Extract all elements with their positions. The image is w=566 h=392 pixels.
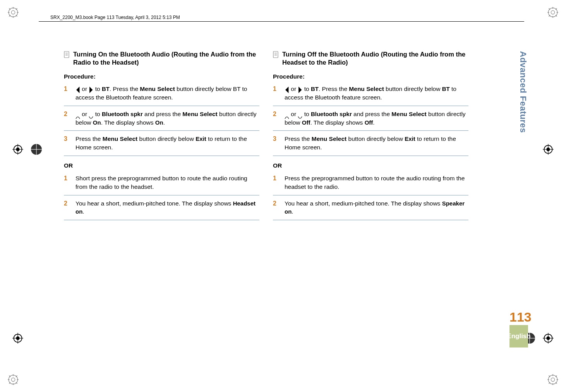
- text: to: [302, 111, 311, 117]
- text: or: [289, 86, 298, 92]
- text: . The display shows: [310, 119, 364, 126]
- svg-rect-66: [273, 51, 278, 58]
- left-alt-step-2: You hear a short, medium-pitched tone. T…: [64, 199, 259, 220]
- left-procedure-label: Procedure:: [64, 72, 259, 81]
- right-alt-step-2: You hear a short, medium-pitched tone. T…: [273, 199, 468, 220]
- nav-right-icon: ▶: [89, 83, 93, 95]
- nav-left-icon: ◀: [285, 83, 288, 95]
- svg-point-11: [551, 10, 554, 14]
- display-text: Exit: [196, 135, 206, 142]
- right-section-title: Turning Off the Bluetooth Audio (Routing…: [273, 50, 468, 67]
- display-text: On: [93, 119, 101, 126]
- gear-icon-br: [547, 374, 558, 385]
- svg-point-21: [11, 378, 15, 381]
- right-alt-steps: Press the preprogrammed button to route …: [273, 174, 468, 220]
- crop-mark-right-lower: [543, 333, 554, 344]
- gear-icon-tr: [547, 7, 558, 18]
- nav-up-icon: [75, 113, 80, 116]
- right-step-2: or to Bluetooth spkr and press the Menu …: [273, 110, 468, 131]
- gear-icon-tl: [8, 7, 19, 18]
- bold-text: Menu Select: [103, 135, 137, 142]
- right-steps: ◀ or ▶ to BT. Press the Menu Select butt…: [273, 85, 468, 156]
- display-text: BT: [102, 86, 110, 92]
- text: to: [93, 111, 102, 117]
- svg-point-1: [11, 10, 15, 14]
- display-text: Exit: [405, 135, 415, 142]
- gear-icon-bl: [8, 374, 19, 385]
- left-column: Turning On the Bluetooth Audio (Routing …: [64, 50, 259, 226]
- header-text: SRX_2200_M3.book Page 113 Tuesday, April…: [50, 15, 180, 20]
- side-section-label: Advanced Features: [509, 50, 528, 310]
- nav-right-icon: ▶: [298, 83, 302, 95]
- display-text: BT: [311, 86, 319, 92]
- right-or-label: OR: [273, 161, 468, 170]
- right-title-text: Turning Off the Bluetooth Audio (Routing…: [282, 51, 465, 66]
- bold-text: Menu Select: [312, 135, 346, 142]
- text: . The display shows: [101, 119, 155, 126]
- text: or: [80, 86, 89, 92]
- text: and press the: [352, 111, 392, 117]
- crop-mark-left-outer: [31, 144, 42, 155]
- text: Press the: [75, 135, 103, 142]
- svg-rect-62: [64, 51, 69, 58]
- text: Short press the preprogrammed button to …: [75, 175, 247, 190]
- left-section-title: Turning On the Bluetooth Audio (Routing …: [64, 50, 259, 67]
- bold-text: Menu Select: [349, 86, 384, 92]
- page-body: Turning On the Bluetooth Audio (Routing …: [64, 50, 468, 226]
- right-procedure-label: Procedure:: [273, 72, 468, 81]
- text: .: [163, 119, 165, 126]
- nav-down-icon: [298, 113, 302, 116]
- language-label: English: [509, 325, 528, 347]
- text: button directly below: [137, 135, 196, 142]
- right-step-3: Press the Menu Select button directly be…: [273, 135, 468, 156]
- text: and press the: [143, 111, 183, 117]
- crop-mark-right-upper: [543, 144, 554, 155]
- nav-down-icon: [89, 113, 93, 116]
- right-step-1: ◀ or ▶ to BT. Press the Menu Select butt…: [273, 85, 468, 106]
- text: . Press the: [319, 86, 349, 92]
- left-alt-steps: Short press the preprogrammed button to …: [64, 174, 259, 220]
- svg-point-31: [551, 378, 554, 381]
- left-or-label: OR: [64, 161, 259, 170]
- crop-mark-left-lower: [12, 333, 23, 344]
- display-text: On: [155, 119, 163, 126]
- document-icon: [64, 51, 70, 58]
- text: .: [82, 208, 84, 215]
- nav-up-icon: [285, 113, 289, 116]
- document-icon: [273, 51, 279, 58]
- text: or: [80, 111, 89, 117]
- left-step-2: or to Bluetooth spkr and press the Menu …: [64, 110, 259, 131]
- left-steps: ◀ or ▶ to BT. Press the Menu Select butt…: [64, 85, 259, 156]
- header-rule: [39, 21, 524, 22]
- display-text: BT: [442, 86, 450, 92]
- display-text: Off: [302, 119, 310, 126]
- text: to: [302, 86, 311, 92]
- text: or: [289, 111, 298, 117]
- bold-text: Menu Select: [140, 86, 175, 92]
- display-text: Bluetooth spkr: [311, 111, 352, 117]
- left-step-3: Press the Menu Select button directly be…: [64, 135, 259, 156]
- text: You hear a short, medium-pitched tone. T…: [285, 200, 442, 207]
- text: to: [93, 86, 102, 92]
- text: .: [292, 208, 293, 215]
- text: Press the preprogrammed button to route …: [285, 175, 465, 190]
- text: You hear a short, medium-pitched tone. T…: [75, 200, 233, 207]
- bold-text: Menu Select: [391, 111, 426, 117]
- side-tab: Advanced Features 113 English: [509, 50, 528, 347]
- text: . Press the: [110, 86, 140, 92]
- left-step-1: ◀ or ▶ to BT. Press the Menu Select butt…: [64, 85, 259, 106]
- text: Press the: [285, 135, 312, 142]
- display-text: Bluetooth spkr: [102, 111, 143, 117]
- text: button directly below: [346, 135, 405, 142]
- left-title-text: Turning On the Bluetooth Audio (Routing …: [73, 51, 256, 66]
- display-text: Off: [365, 119, 373, 126]
- left-alt-step-1: Short press the preprogrammed button to …: [64, 174, 259, 195]
- page-number: 113: [509, 310, 528, 324]
- text: .: [373, 119, 374, 126]
- bold-text: Menu Select: [182, 111, 217, 117]
- right-column: Turning Off the Bluetooth Audio (Routing…: [273, 50, 468, 226]
- nav-left-icon: ◀: [76, 83, 79, 95]
- crop-mark-left-upper: [12, 144, 23, 155]
- text: button directly below: [384, 86, 442, 92]
- right-alt-step-1: Press the preprogrammed button to route …: [273, 174, 468, 195]
